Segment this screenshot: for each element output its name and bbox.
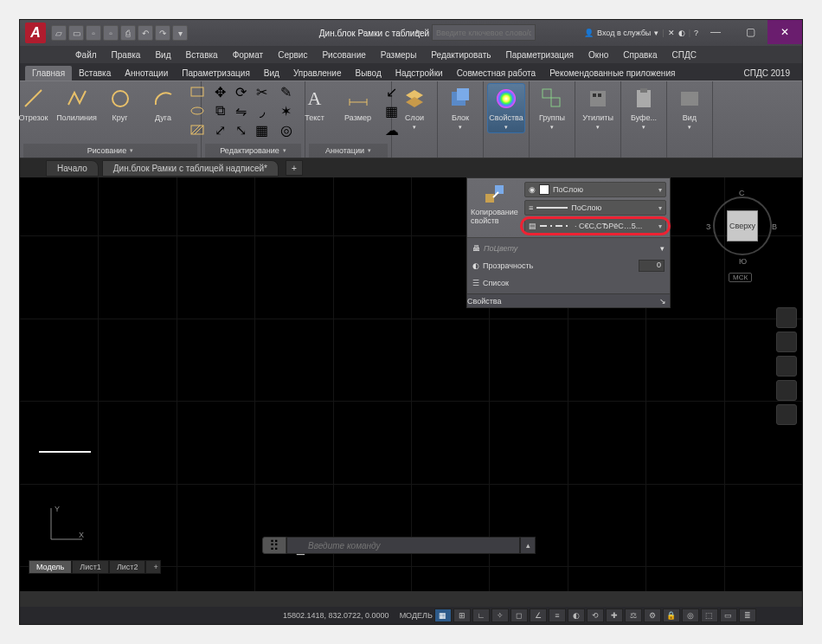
app-menu-button[interactable]: A <box>25 23 46 43</box>
polyline-button[interactable]: Полилиния <box>58 83 96 122</box>
plotstyle-dropdown[interactable]: 🖶ПоЦвету▾ <box>472 242 665 255</box>
dialog-launcher-icon[interactable]: ↘ <box>659 297 666 306</box>
exchange-icon[interactable]: ✕ <box>668 29 675 37</box>
a360-icon[interactable]: ◐ <box>678 29 685 37</box>
qat-new-icon[interactable]: ▱ <box>51 25 67 41</box>
status-annomonitor-icon[interactable]: ✚ <box>606 609 623 622</box>
tab-output[interactable]: Вывод <box>349 66 389 80</box>
cmd-handle-icon[interactable]: ⠿ <box>262 537 286 554</box>
status-ortho-icon[interactable]: ∟ <box>472 609 490 622</box>
menu-edit[interactable]: Правка <box>105 48 148 62</box>
qat-save-icon[interactable]: ▫ <box>86 25 101 41</box>
transparency-row[interactable]: ◐Прозрачность0 <box>472 259 665 273</box>
menu-dimension[interactable]: Размеры <box>374 48 424 62</box>
status-lock-icon[interactable]: 🔒 <box>663 609 680 622</box>
erase-icon[interactable]: ✎ <box>277 83 296 100</box>
layout-model[interactable]: Модель <box>29 560 72 574</box>
groups-button[interactable]: Группы▾ <box>533 83 571 131</box>
status-workspace-icon[interactable]: ⚙ <box>644 609 661 622</box>
menu-tools[interactable]: Сервис <box>271 48 314 62</box>
tab-collaborate[interactable]: Совместная работа <box>450 66 543 80</box>
minimize-button[interactable]: ― <box>698 20 733 44</box>
rotate-icon[interactable]: ⟳ <box>232 83 251 100</box>
arc-button[interactable]: Дуга <box>144 83 183 122</box>
command-line[interactable]: ⠿ ▸_ ▴ <box>262 536 536 555</box>
tab-manage[interactable]: Управление <box>286 66 349 80</box>
status-snap-icon[interactable]: ⊞ <box>453 609 471 622</box>
menu-draw[interactable]: Рисование <box>315 48 372 62</box>
doctab-add[interactable]: + <box>286 160 303 176</box>
offset-icon[interactable]: ◎ <box>277 121 296 138</box>
color-dropdown[interactable]: ◉ПоСлою▾ <box>524 182 666 197</box>
list-button[interactable]: ☰Список <box>472 276 665 290</box>
menu-file[interactable]: Файл <box>68 48 104 62</box>
layout-add[interactable]: + <box>145 560 161 574</box>
tab-view[interactable]: Вид <box>257 66 286 80</box>
doctab-start[interactable]: Начало <box>46 160 99 177</box>
mirror-icon[interactable]: ⇋ <box>232 102 251 119</box>
layers-button[interactable]: Слои▾ <box>395 83 433 131</box>
coord-system-label[interactable]: МСК <box>729 273 752 282</box>
command-input[interactable] <box>286 537 520 554</box>
maximize-button[interactable]: ▢ <box>733 20 767 44</box>
status-otrack-icon[interactable]: ∠ <box>530 609 547 622</box>
compass-east[interactable]: В <box>772 222 777 231</box>
menu-window[interactable]: Окно <box>581 48 615 62</box>
compass-south[interactable]: Ю <box>739 257 747 266</box>
nav-showmotion-icon[interactable] <box>776 404 797 425</box>
status-osnap-icon[interactable]: ◻ <box>511 609 528 622</box>
menu-help[interactable]: Справка <box>616 48 664 62</box>
qat-more-icon[interactable]: ▾ <box>172 25 188 41</box>
qat-saveas-icon[interactable]: ▫ <box>103 25 119 41</box>
tab-parametric[interactable]: Параметризация <box>175 66 257 80</box>
status-coords[interactable]: 15802.1418, 832.0722, 0.0000 <box>283 611 389 620</box>
drawing-canvas[interactable]: Копирование свойств ◉ПоСлою▾ ≡ПоСлою▾ ▤·… <box>20 177 802 591</box>
compass-north[interactable]: С <box>739 189 745 197</box>
qat-open-icon[interactable]: ▭ <box>68 25 84 41</box>
fillet-icon[interactable]: ◞ <box>253 102 272 119</box>
properties-button[interactable]: Свойства▾ <box>487 83 525 133</box>
utilities-button[interactable]: Утилиты▾ <box>579 83 617 131</box>
status-hardware-icon[interactable]: ⬚ <box>701 609 718 622</box>
block-button[interactable]: Блок▾ <box>441 83 479 131</box>
circle-button[interactable]: Круг <box>101 83 139 122</box>
status-model[interactable]: МОДЕЛЬ <box>400 611 433 620</box>
panel-annot-footer[interactable]: Аннотации <box>309 144 388 158</box>
line-button[interactable]: Отрезок <box>15 83 53 122</box>
status-cycle-icon[interactable]: ⟲ <box>587 609 604 622</box>
array-icon[interactable]: ▦ <box>253 121 272 138</box>
nav-wheel-icon[interactable] <box>776 307 797 328</box>
viewcube-face[interactable]: Сверху <box>727 210 758 242</box>
tab-addins[interactable]: Надстройки <box>389 66 450 80</box>
nav-zoom-icon[interactable] <box>776 356 797 377</box>
panel-draw-footer[interactable]: Рисование <box>23 144 197 158</box>
explode-icon[interactable]: ✶ <box>277 102 296 119</box>
layout-sheet1[interactable]: Лист1 <box>72 560 109 574</box>
layout-sheet2[interactable]: Лист2 <box>109 560 146 574</box>
status-polar-icon[interactable]: ✧ <box>491 609 509 622</box>
dimension-button[interactable]: Размер <box>339 83 377 122</box>
nav-orbit-icon[interactable] <box>776 380 797 401</box>
status-grid-icon[interactable]: ▦ <box>434 609 452 622</box>
nav-pan-icon[interactable] <box>776 332 797 352</box>
viewcube[interactable]: Сверху С Ю В З МСК <box>703 186 780 281</box>
tab-home[interactable]: Главная <box>25 66 72 80</box>
status-custom-icon[interactable]: ≣ <box>739 609 756 622</box>
status-clean-icon[interactable]: ▭ <box>720 609 737 622</box>
menu-modify[interactable]: Редактировать <box>424 48 498 62</box>
copy-icon[interactable]: ⧉ <box>211 102 230 119</box>
tab-spds[interactable]: СПДС 2019 <box>737 66 797 80</box>
stretch-icon[interactable]: ⤢ <box>211 121 230 138</box>
move-icon[interactable]: ✥ <box>211 83 230 100</box>
status-transparency-icon[interactable]: ◐ <box>568 609 585 622</box>
login-area[interactable]: 👤 Вход в службы ▾ | ✕ ◐ | ? <box>584 29 698 37</box>
qat-plot-icon[interactable]: ⎙ <box>120 25 136 41</box>
trim-icon[interactable]: ✂ <box>253 83 272 100</box>
view-button[interactable]: Вид▾ <box>671 83 709 131</box>
qat-undo-icon[interactable]: ↶ <box>138 25 153 41</box>
status-isolate-icon[interactable]: ◎ <box>682 609 699 622</box>
tab-featured[interactable]: Рекомендованные приложения <box>543 66 682 80</box>
status-lwt-icon[interactable]: ≡ <box>549 609 566 622</box>
status-annoscale-icon[interactable]: ⚖ <box>625 609 642 622</box>
panel-edit-footer[interactable]: Редактирование <box>205 144 301 158</box>
